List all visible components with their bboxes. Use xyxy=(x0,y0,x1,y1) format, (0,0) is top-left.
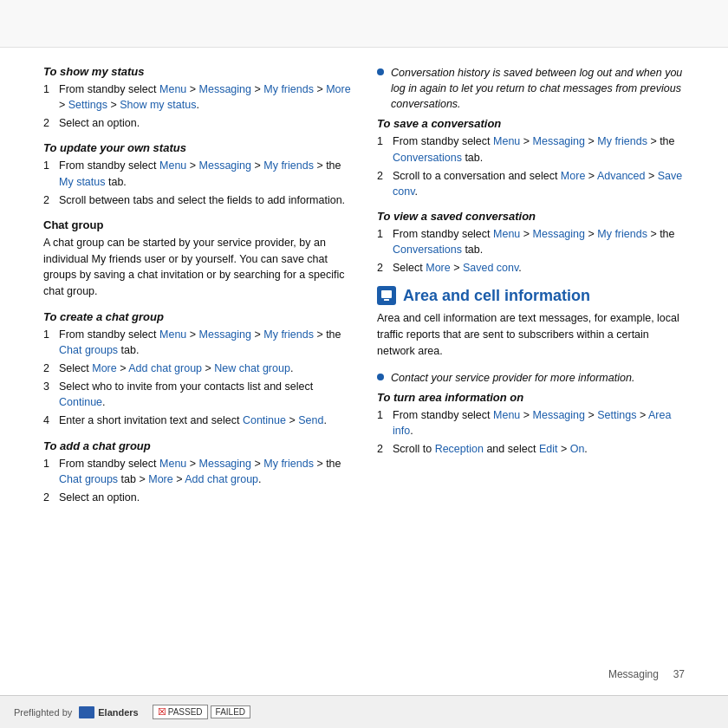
step-item: 3 Select who to invite from your contact… xyxy=(43,379,351,410)
create-chat-steps: 1 From standby select Menu > Messaging >… xyxy=(43,327,351,429)
link-more: More xyxy=(92,362,116,374)
step-number: 1 xyxy=(43,81,55,113)
chat-group-body: A chat group can be started by your serv… xyxy=(43,235,351,300)
step-text: From standby select Menu > Messaging > M… xyxy=(393,133,685,165)
step-number: 1 xyxy=(43,456,55,487)
svg-rect-1 xyxy=(384,299,389,301)
right-column: Conversation history is saved between lo… xyxy=(377,48,685,663)
step-number: 2 xyxy=(43,490,55,505)
view-conv-steps: 1 From standby select Menu > Messaging >… xyxy=(377,226,685,276)
step-item: 1 From standby select Menu > Messaging >… xyxy=(377,407,685,439)
step-text: From standby select Menu > Messaging > M… xyxy=(59,158,351,189)
link-reception: Reception xyxy=(435,443,484,455)
step-text: From standby select Menu > Messaging > M… xyxy=(59,81,351,113)
step-item: 1 From standby select Menu > Messaging >… xyxy=(377,226,685,257)
step-number: 1 xyxy=(43,158,55,189)
top-fold xyxy=(0,0,728,48)
view-conv-title: To view a saved conversation xyxy=(377,210,685,223)
link-myfriends: My friends xyxy=(263,328,314,341)
svg-rect-0 xyxy=(381,290,392,298)
step-item: 1 From standby select Menu > Messaging >… xyxy=(43,327,351,358)
step-text: From standby select Menu > Messaging > M… xyxy=(59,456,351,487)
elanders-logo: Elanders xyxy=(79,706,138,718)
step-item: 2 Scroll to Reception and select Edit > … xyxy=(377,441,685,457)
add-chat-steps: 1 From standby select Menu > Messaging >… xyxy=(43,456,351,505)
left-column: To show my status 1 From standby select … xyxy=(43,48,351,663)
link-conversations: Conversations xyxy=(393,244,462,256)
step-text: Select an option. xyxy=(59,490,140,505)
create-chat-title: To create a chat group xyxy=(43,310,351,323)
create-chat-section: To create a chat group 1 From standby se… xyxy=(43,310,351,429)
step-item: 2 Select an option. xyxy=(43,115,351,131)
note-block-2: Contact your service provider for more i… xyxy=(377,370,685,386)
step-number: 1 xyxy=(377,226,389,257)
step-number: 3 xyxy=(43,379,55,410)
step-number: 2 xyxy=(377,441,389,457)
note-text-1: Conversation history is saved between lo… xyxy=(391,65,685,112)
page-number: 37 xyxy=(673,668,685,680)
step-text: From standby select Menu > Messaging > M… xyxy=(59,327,351,358)
link-more: More xyxy=(561,170,585,182)
link-messaging: Messaging xyxy=(199,159,251,172)
link-menu: Menu xyxy=(159,458,186,470)
link-more: More xyxy=(326,83,350,95)
link-settings: Settings xyxy=(68,99,107,111)
link-messaging: Messaging xyxy=(199,83,251,95)
chat-group-title: Chat group xyxy=(43,218,351,231)
link-menu: Menu xyxy=(159,328,186,341)
note-dot-icon xyxy=(377,68,384,75)
main-content: To show my status 1 From standby select … xyxy=(43,48,685,663)
area-on-steps: 1 From standby select Menu > Messaging >… xyxy=(377,407,685,457)
link-continue2: Continue xyxy=(243,414,286,426)
step-number: 2 xyxy=(377,168,389,199)
elanders-icon xyxy=(79,706,94,718)
step-item: 1 From standby select Menu > Messaging >… xyxy=(43,81,351,113)
link-more: More xyxy=(148,473,172,485)
step-text: Select an option. xyxy=(59,115,140,131)
update-status-title: To update your own status xyxy=(43,141,351,154)
link-myfriends: My friends xyxy=(263,83,314,95)
area-icon xyxy=(377,286,396,305)
area-on-title: To turn area information on xyxy=(377,391,685,404)
link-messaging: Messaging xyxy=(533,228,585,240)
step-number: 1 xyxy=(43,327,55,358)
link-menu: Menu xyxy=(493,228,520,240)
link-mystatus: My status xyxy=(59,176,106,188)
link-continue: Continue xyxy=(59,396,102,408)
area-section-body: Area and cell information are text messa… xyxy=(377,310,685,359)
update-status-section: To update your own status 1 From standby… xyxy=(43,141,351,207)
link-myfriends: My friends xyxy=(597,228,647,240)
svg-rect-2 xyxy=(383,297,390,298)
link-savedconv: Saved conv xyxy=(463,262,518,274)
step-number: 1 xyxy=(377,407,389,439)
link-addchatgroup: Add chat group xyxy=(128,362,202,374)
show-status-title: To show my status xyxy=(43,65,351,78)
step-text: Select More > Add chat group > New chat … xyxy=(59,361,293,376)
add-chat-section: To add a chat group 1 From standby selec… xyxy=(43,439,351,505)
area-section-header: Area and cell information xyxy=(377,286,685,305)
step-text: Enter a short invitation text and select… xyxy=(59,413,327,428)
link-messaging: Messaging xyxy=(533,409,585,421)
link-myfriends: My friends xyxy=(263,159,314,172)
area-icon-svg xyxy=(380,289,393,302)
step-text: Scroll between tabs and select the field… xyxy=(59,192,345,208)
step-item: 2 Scroll to a conversation and select Mo… xyxy=(377,168,685,199)
link-myfriends: My friends xyxy=(597,135,647,147)
link-menu: Menu xyxy=(159,159,186,172)
link-advanced: Advanced xyxy=(597,170,646,182)
update-status-steps: 1 From standby select Menu > Messaging >… xyxy=(43,158,351,207)
link-messaging: Messaging xyxy=(199,458,251,470)
passed-box: ☒ PASSED xyxy=(153,705,208,719)
step-item: 4 Enter a short invitation text and sele… xyxy=(43,413,351,428)
link-newchatgroup: New chat group xyxy=(214,362,290,374)
failed-label: FAILED xyxy=(216,707,245,717)
link-conversations: Conversations xyxy=(393,152,462,164)
save-conv-title: To save a conversation xyxy=(377,117,685,130)
step-item: 1 From standby select Menu > Messaging >… xyxy=(377,133,685,165)
link-menu: Menu xyxy=(493,135,520,147)
link-menu: Menu xyxy=(493,409,520,421)
show-status-steps: 1 From standby select Menu > Messaging >… xyxy=(43,81,351,131)
view-conv-section: To view a saved conversation 1 From stan… xyxy=(377,210,685,276)
step-number: 2 xyxy=(43,192,55,208)
link-chatgroups: Chat groups xyxy=(59,344,118,356)
